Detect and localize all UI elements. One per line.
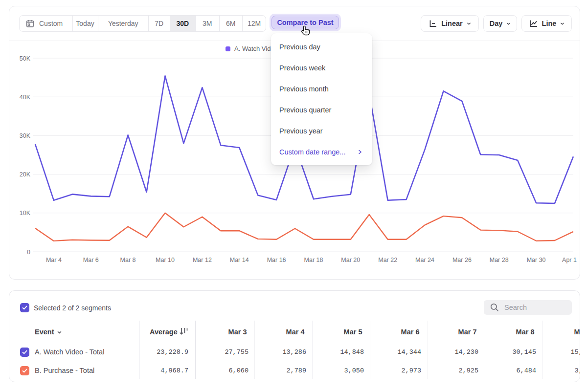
svg-text:Mar 8: Mar 8 [120,257,136,263]
svg-text:40K: 40K [20,94,31,101]
svg-text:Mar 14: Mar 14 [230,257,249,263]
svg-text:Mar 28: Mar 28 [490,257,509,263]
svg-text:Mar 4: Mar 4 [46,257,62,263]
svg-text:Apr 1: Apr 1 [562,257,577,263]
svg-text:Mar 6: Mar 6 [83,257,99,263]
svg-text:Mar 16: Mar 16 [267,257,286,263]
svg-text:Mar 18: Mar 18 [304,257,323,263]
svg-text:Mar 24: Mar 24 [415,257,434,263]
svg-text:0: 0 [27,249,30,256]
svg-text:30K: 30K [20,132,31,139]
svg-text:50K: 50K [20,55,31,62]
svg-text:Mar 10: Mar 10 [156,257,175,263]
svg-text:Mar 20: Mar 20 [341,257,360,263]
svg-text:10K: 10K [20,210,31,217]
svg-text:Mar 30: Mar 30 [527,257,546,263]
svg-text:Mar 12: Mar 12 [193,257,212,263]
svg-text:Mar 26: Mar 26 [452,257,472,263]
svg-text:20K: 20K [20,171,31,178]
svg-text:Mar 22: Mar 22 [378,257,397,263]
